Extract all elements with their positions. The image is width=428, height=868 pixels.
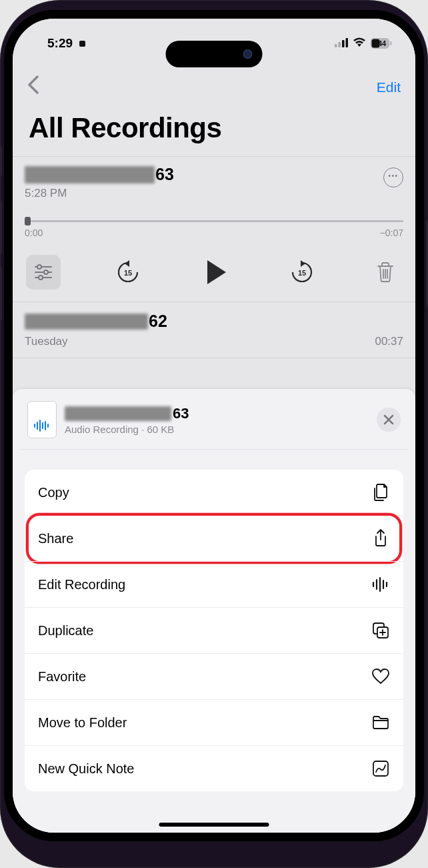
svg-text:15: 15 [123,269,131,277]
svg-text:44: 44 [378,39,387,47]
recording-timestamp: 5:28 PM [25,187,174,200]
menu-label: Move to Folder [38,715,127,731]
svg-point-11 [44,270,48,274]
redacted-title [25,166,155,183]
audio-file-icon [27,401,57,438]
page-title: All Recordings [13,105,415,156]
recording-item-expanded[interactable]: 63 5:28 PM ••• 0:00 −0:07 [13,157,415,302]
svg-text:15: 15 [297,269,305,277]
playback-scrubber[interactable]: 0:00 −0:07 [25,220,403,238]
menu-edit-recording[interactable]: Edit Recording [25,561,403,607]
delete-button[interactable] [369,256,402,289]
volume-up-button [0,200,2,254]
more-options-button[interactable]: ••• [383,167,403,187]
remaining-time: −0:07 [380,228,403,238]
waveform-icon [371,575,390,594]
tutorial-highlight [26,513,402,564]
copy-icon [371,483,390,502]
camera-indicator-icon [79,41,85,47]
menu-duplicate[interactable]: Duplicate [25,607,403,653]
menu-move-to-folder[interactable]: Move to Folder [25,699,403,745]
quick-note-icon [371,759,390,778]
recording-duration: 00:37 [375,335,403,348]
svg-point-13 [39,276,43,280]
menu-copy[interactable]: Copy [25,470,403,515]
menu-label: Copy [38,485,69,500]
device-frame: 5:29 44 [0,0,428,868]
wifi-icon [353,36,366,51]
svg-point-9 [37,265,41,269]
recording-title-suffix: 63 [155,165,174,184]
skip-back-15-button[interactable]: 15 [111,256,145,289]
sheet-subtitle: Audio Recording · 60 KB [65,424,369,435]
menu-label: Edit Recording [38,577,125,592]
screen-bezel: 5:29 44 [4,10,424,841]
redacted-title [25,314,148,330]
cellular-icon [335,36,348,51]
context-menu-sheet: 63 Audio Recording · 60 KB Copy [13,389,415,833]
play-button[interactable] [195,256,235,289]
close-button[interactable] [377,408,401,432]
skip-forward-15-button[interactable]: 15 [285,256,319,289]
elapsed-time: 0:00 [25,228,43,238]
dynamic-island [166,41,263,67]
redacted-title [65,406,171,421]
duplicate-icon [371,621,390,640]
playhead[interactable] [25,217,31,226]
recordings-list: 63 5:28 PM ••• 0:00 −0:07 [13,156,415,358]
menu-label: Share [38,531,73,546]
menu-favorite[interactable]: Favorite [25,653,403,699]
screen: 5:29 44 [13,19,415,833]
battery-icon: 44 [371,38,392,49]
svg-rect-6 [390,41,392,45]
svg-rect-3 [346,38,349,47]
menu-label: New Quick Note [38,761,135,777]
menu-share[interactable]: Share [25,515,403,561]
heart-icon [371,667,390,686]
menu-new-quick-note[interactable]: New Quick Note [25,745,403,791]
playback-settings-button[interactable] [26,255,61,290]
recording-item[interactable]: 62 Tuesday 00:37 [13,302,415,358]
folder-icon [371,713,390,732]
recording-title-suffix: 62 [149,312,167,331]
share-icon [371,529,390,548]
context-menu: Copy Share Edit Recording [25,470,403,791]
sheet-title-suffix: 63 [173,405,189,422]
status-time: 5:29 [47,36,73,51]
side-button [0,147,2,176]
svg-rect-1 [339,42,341,47]
volume-down-button [0,267,2,320]
svg-rect-0 [335,44,337,47]
home-indicator[interactable] [159,823,269,827]
back-button[interactable] [27,75,39,99]
svg-rect-2 [342,40,345,47]
menu-label: Favorite [38,669,86,685]
menu-label: Duplicate [38,623,93,638]
recording-day: Tuesday [25,335,68,348]
edit-button[interactable]: Edit [377,79,401,95]
